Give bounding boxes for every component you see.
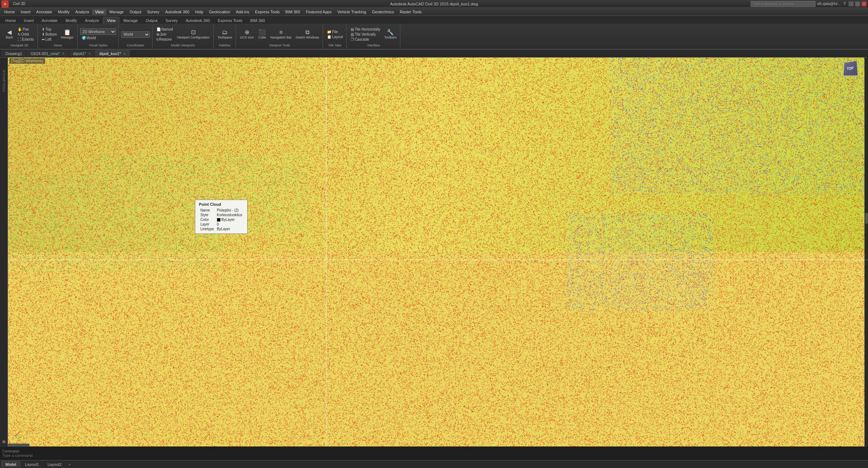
world-label-button[interactable]: 🌍 World (80, 36, 97, 40)
navigation-bar-icon: ≡ (280, 29, 283, 35)
cascade-button[interactable]: ❐ Cascade (349, 37, 382, 42)
ribbon-group-views: ⬆ Top ⬇ Bottom ⬅ Left 📋 Manager Views (38, 24, 77, 48)
join-viewport-button[interactable]: ⊞ Join (155, 32, 174, 37)
tile-vertically-button[interactable]: ▥ Tile Vertically (349, 32, 382, 37)
manager-button[interactable]: 📋 Manager (59, 29, 75, 40)
menu-item-modify[interactable]: Modify (55, 9, 72, 15)
tab-layout1[interactable]: Layout1 (21, 461, 43, 468)
menu-item-autodesk360[interactable]: Autodesk 360 (162, 9, 192, 15)
popup-row-color: Color ByLayer (199, 217, 244, 222)
tile-horizontally-button[interactable]: ▤ Tile Horizontally (349, 27, 382, 32)
ucs-icon: ⊕ (245, 29, 249, 35)
switch-windows-button[interactable]: ⧉ Switch Windows (294, 29, 321, 40)
pan-button[interactable]: ✋ Pan (16, 27, 35, 32)
popup-key-linetype: Linetype (199, 227, 215, 231)
visual-style-select[interactable]: 2D Wireframe Realistic Conceptual (80, 28, 116, 35)
doctab-dipolikuo1[interactable]: dipoli_kuo1* × (95, 50, 129, 56)
scrollbar-thumb-h[interactable] (8, 444, 29, 446)
tab-home[interactable]: Home (1, 17, 20, 24)
doctab-dipoli1[interactable]: dipoli1* × (69, 50, 95, 56)
doctab-g624[interactable]: G624-001_oma* × (27, 50, 68, 56)
left-tool-cursor[interactable]: ⊕ (1, 439, 7, 445)
help-icon[interactable]: ? (843, 1, 846, 6)
file-tabs-button[interactable]: 📁 File (326, 29, 344, 34)
viewport-config-icon: ⊡ (191, 29, 196, 35)
close-doctab-dipoli1[interactable]: × (88, 52, 91, 56)
viewcube[interactable]: TOP (843, 61, 861, 79)
doctab-drawing1[interactable]: Drawing1 (1, 50, 26, 56)
menu-item-view[interactable]: View (92, 9, 106, 15)
menu-item-geotechnics[interactable]: Geotechnics (369, 9, 397, 15)
toolspace-button[interactable]: 🗂 Toolspace (216, 29, 234, 40)
tab-manage[interactable]: Manage (119, 17, 142, 24)
bottom-view-button[interactable]: ⬇ Bottom (40, 32, 58, 37)
layout-tabs-button[interactable]: 📋 Layout (326, 35, 344, 39)
menu-item-help[interactable]: Help (192, 9, 206, 15)
menu-item-featuredapps[interactable]: Featured Apps (303, 9, 335, 15)
tab-layout2[interactable]: Layout2 (44, 461, 65, 468)
coordinates-label: Coordinates (127, 44, 144, 47)
tab-view[interactable]: View (103, 17, 119, 24)
top-view-button[interactable]: ⬆ Top (40, 27, 58, 32)
tab-modify[interactable]: Modify (62, 17, 81, 24)
ucs-icon-button[interactable]: ⊕ UCS Icon (238, 29, 255, 40)
navigate2d-label: Navigate 2D (10, 44, 28, 47)
close-button[interactable]: × (862, 1, 867, 6)
viewport-config-button[interactable]: ⊡ Viewport Configuration (176, 29, 211, 40)
tab-output[interactable]: Output (142, 17, 162, 24)
menu-item-survey[interactable]: Survey (144, 9, 162, 15)
scrollbar-thumb-v[interactable] (865, 213, 868, 224)
tab-insert[interactable]: Insert (20, 17, 38, 24)
new-layout-button[interactable]: + (66, 462, 73, 467)
tab-annotate[interactable]: Annotate (38, 17, 62, 24)
tab-analyze[interactable]: Analyze (81, 17, 103, 24)
left-view-button[interactable]: ⬅ Left (40, 37, 58, 42)
close-doctab-dipolikuo1[interactable]: × (123, 52, 126, 56)
menu-item-expresstools[interactable]: Express Tools (252, 9, 282, 15)
ucs-compass-icon: X Y (13, 428, 24, 439)
ribbon-group-filetabs: 📁 File 📋 Layout File Tabs (323, 24, 347, 48)
popup-key-name: Name (199, 208, 215, 213)
tab-bim360[interactable]: BIM 360 (246, 17, 269, 24)
tab-survey[interactable]: Survey (162, 17, 182, 24)
toolbars-button[interactable]: 🔧 Toolbars (383, 29, 398, 40)
back-button[interactable]: ◀ ◀ Back (4, 29, 15, 40)
menu-item-addins[interactable]: Add-ins (233, 9, 252, 15)
restore-viewport-button[interactable]: ⎗ Restore (155, 37, 174, 42)
maximize-button[interactable]: □ (855, 1, 860, 6)
menu-item-vehicletracking[interactable]: Vehicle Tracking (335, 9, 369, 15)
viewport-container[interactable]: [Top][2D Wireframe] TOP Point Cloud Name… (8, 58, 868, 446)
tab-model[interactable]: Model (1, 461, 20, 467)
right-scrollbar[interactable] (864, 58, 868, 446)
named-viewport-button[interactable]: 📄 Named (155, 27, 174, 32)
viewcube-top-face[interactable]: TOP (844, 61, 858, 76)
menu-item-output[interactable]: Output (127, 9, 144, 15)
ribbon-group-viewport-tools: ⊕ UCS Icon ⬛ Cube ≡ Navigation Bar ⧉ Swi… (236, 24, 323, 48)
minimize-button[interactable]: − (849, 1, 854, 6)
menu-item-bim360[interactable]: BIM 360 (282, 9, 303, 15)
tab-autodesk360[interactable]: Autodesk 360 (182, 17, 214, 24)
cube-button[interactable]: ⬛ Cube (256, 29, 268, 40)
orbit-button[interactable]: ↻ Orbit (16, 32, 35, 37)
workspace: TOOLSPACE ⊕ [Top] (0, 58, 868, 446)
tab-expresstools[interactable]: Express Tools (214, 17, 246, 24)
navigation-bar-button[interactable]: ≡ Navigation Bar (269, 29, 293, 40)
ribbon-tabs: Home Insert Annotate Modify Analyze View… (0, 16, 868, 24)
interface-content: ▤ Tile Horizontally ▥ Tile Vertically ❐ … (349, 25, 398, 44)
coordinates-select[interactable]: World (121, 31, 150, 38)
app-logo: A (1, 0, 9, 8)
menu-item-rastertools[interactable]: Raster Tools (397, 9, 424, 15)
menu-item-annotate[interactable]: Annotate (33, 9, 55, 15)
menu-item-insert[interactable]: Insert (18, 9, 33, 15)
menu-item-home[interactable]: Home (1, 9, 18, 15)
menu-item-geolocation[interactable]: Geolocation (206, 9, 233, 15)
viewports-col: 📄 Named ⊞ Join ⎗ Restore (155, 27, 174, 42)
search-input[interactable] (751, 1, 815, 7)
command-input[interactable] (2, 453, 866, 458)
extents-button[interactable]: ⛶ Extents (16, 37, 35, 42)
viewport-tools-content: ⊕ UCS Icon ⬛ Cube ≡ Navigation Bar ⧉ Swi… (238, 25, 321, 44)
titlebar-left: A Civil 3D (1, 0, 25, 8)
close-doctab-g624[interactable]: × (62, 52, 64, 56)
menu-item-analyze[interactable]: Analyze (72, 9, 92, 15)
menu-item-manage[interactable]: Manage (106, 9, 127, 15)
